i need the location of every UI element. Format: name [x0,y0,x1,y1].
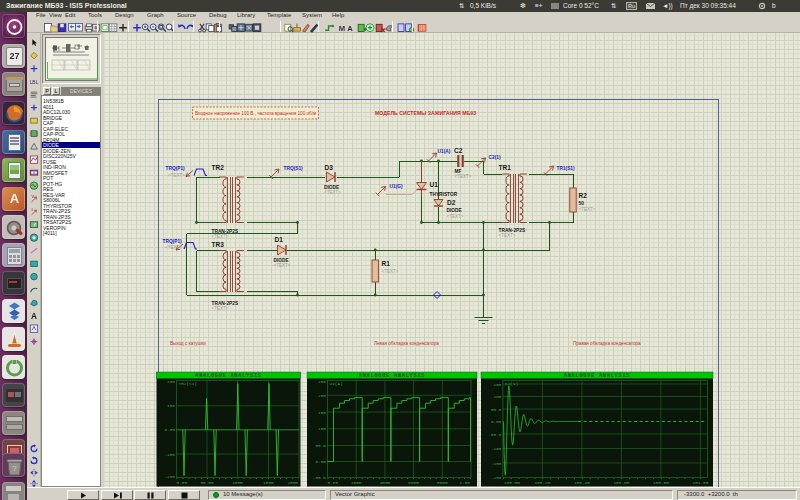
svg-text:TR1: TR1 [499,164,512,171]
svg-text:Входное напряжение 100 В., час: Входное напряжение 100 В., частота враще… [195,111,316,116]
svg-text:ANALOGUE ANALYSIS: ANALOGUE ANALYSIS [564,373,631,379]
svg-text:1.00: 1.00 [459,480,470,485]
svg-text:50.0: 50.0 [315,443,326,448]
svg-text:<TEXT>: <TEXT> [274,263,291,268]
svg-text:250: 250 [318,379,326,384]
svg-text:Выход с катушки: Выход с катушки [170,341,206,346]
svg-text:<TEXT>: <TEXT> [579,207,596,212]
svg-text:TRQ(P1): TRQ(P1) [166,166,186,171]
svg-text:TR1(S1): TR1(S1) [557,166,576,171]
svg-text:<TEXT>: <TEXT> [168,173,185,178]
svg-text:Правая обкладка конденсатора: Правая обкладка конденсатора [573,341,641,346]
svg-text:МОДЕЛЬ СИСТЕМЫ ЗАЖИГАНИЯ МБ93: МОДЕЛЬ СИСТЕМЫ ЗАЖИГАНИЯ МБ93 [375,110,476,116]
svg-text:A: A [347,24,353,33]
svg-text:<TEXT>: <TEXT> [165,245,182,250]
svg-text:<TEXT>: <TEXT> [499,233,516,238]
svg-text:THYRISTOR: THYRISTOR [430,192,458,197]
svg-text:800m: 800m [437,480,448,485]
svg-text:DIODE: DIODE [324,185,340,190]
svg-text:TRQ(P1): TRQ(P1) [163,239,183,244]
svg-text:DIODE: DIODE [447,208,463,213]
svg-text:TRAN-2P2S: TRAN-2P2S [212,229,239,234]
svg-text:400m: 400m [380,480,391,485]
svg-text:U1(A): U1(A) [330,381,343,386]
svg-text:<TEXT>: <TEXT> [212,234,229,239]
svg-text:200: 200 [167,379,175,384]
svg-text:100m: 100m [232,480,243,485]
svg-text:100.6m: 100.6m [613,480,629,485]
svg-text:100.2m: 100.2m [534,480,550,485]
svg-text:I: I [32,207,33,212]
svg-text:101.0m: 101.0m [692,480,708,485]
svg-text:0.00: 0.00 [177,480,188,485]
svg-text:U1(G): U1(G) [390,184,403,189]
svg-text:50: 50 [579,201,585,206]
svg-text:-200: -200 [164,474,175,479]
svg-text:0.00: 0.00 [315,459,326,464]
svg-text:-100: -100 [164,452,175,457]
svg-text:R2: R2 [579,192,588,199]
svg-text:TRAN-2P2S: TRAN-2P2S [499,228,526,233]
svg-text:TR2: TR2 [212,164,225,171]
svg-text:ANALOGUE ANALYSIS: ANALOGUE ANALYSIS [359,373,426,379]
svg-text:100: 100 [167,403,175,408]
svg-text:TRQ(S1): TRQ(S1) [284,166,304,171]
svg-text:50.0m: 50.0m [200,480,214,485]
svg-text:Левая обкладка конденсатора: Левая обкладка конденсатора [374,341,439,346]
svg-text:150: 150 [494,382,502,387]
svg-text:U1: U1 [430,181,439,188]
svg-text:-50.0: -50.0 [313,475,327,480]
svg-text:C2: C2 [454,147,463,154]
svg-text:100.0m: 100.0m [504,480,520,485]
svg-text:LBL: LBL [30,80,39,85]
svg-text:<TEXT>: <TEXT> [324,190,341,195]
svg-text:200m: 200m [287,480,298,485]
svg-text:150: 150 [318,410,326,415]
svg-text:D3: D3 [325,164,334,171]
svg-text:0.00: 0.00 [328,480,339,485]
svg-text:C2(1): C2(1) [489,155,501,160]
svg-text:150m: 150m [263,480,274,485]
svg-text:100.4m: 100.4m [574,480,590,485]
svg-text:D2: D2 [447,199,456,206]
svg-text:V: V [32,194,35,199]
svg-text:100.8m: 100.8m [653,480,669,485]
svg-text:-50.0: -50.0 [488,432,502,437]
svg-text:C2(1): C2(1) [505,381,518,386]
svg-text:U1(A): U1(A) [438,149,451,154]
svg-text:100: 100 [494,394,502,399]
svg-text:-100: -100 [491,446,502,451]
svg-text:0.00: 0.00 [491,419,502,424]
svg-text:-200: -200 [491,475,502,480]
svg-text:50.0: 50.0 [491,407,502,412]
svg-text:-150: -150 [491,461,502,466]
svg-text:A: A [31,312,37,321]
svg-text:<TEXT>: <TEXT> [455,174,472,179]
svg-text:MF: MF [455,169,462,174]
svg-text:200m: 200m [351,480,362,485]
svg-text:TR2(S1): TR2(S1) [179,381,197,386]
svg-text:DIODE: DIODE [274,258,290,263]
svg-text:R1: R1 [382,260,391,267]
svg-text:<TEXT>: <TEXT> [447,214,464,219]
svg-text:100: 100 [318,426,326,431]
svg-text:ANALOGUE ANALYSIS: ANALOGUE ANALYSIS [195,373,262,379]
svg-text:D1: D1 [275,236,284,243]
svg-text:TR3: TR3 [212,241,225,248]
svg-text:200: 200 [318,393,326,398]
svg-text:<TEXT>: <TEXT> [382,269,399,274]
svg-text:600m: 600m [408,480,419,485]
svg-text:?: ? [12,464,17,473]
svg-text:<TEXT>: <TEXT> [212,306,229,311]
svg-text:TRAN-2P2S: TRAN-2P2S [212,301,239,306]
svg-text:0.00: 0.00 [164,427,175,432]
